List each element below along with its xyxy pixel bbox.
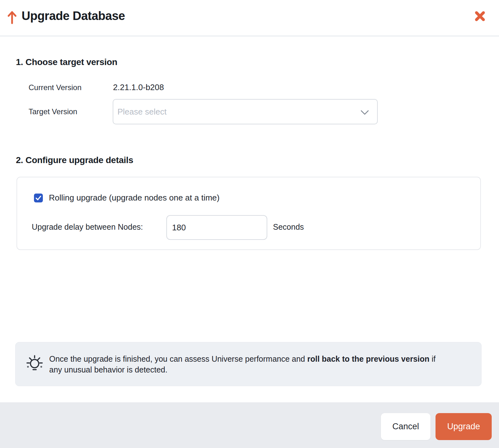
modal-title: Upgrade Database <box>22 9 125 23</box>
info-text-before: Once the upgrade is finished, you can as… <box>49 354 307 363</box>
current-version-value: 2.21.1.0-b208 <box>113 82 164 92</box>
chevron-down-icon <box>361 110 369 116</box>
checkmark-icon <box>35 194 42 202</box>
info-text-line2: any unusual behavior is detected. <box>49 365 167 374</box>
info-text-after: if <box>429 354 436 363</box>
close-icon <box>474 10 486 23</box>
target-version-placeholder: Please select <box>117 107 167 117</box>
upgrade-delay-input[interactable] <box>166 215 267 240</box>
current-version-label: Current Version <box>29 83 82 92</box>
section2-heading: 2. Configure upgrade details <box>16 155 133 165</box>
upgrade-details-card: Rolling upgrade (upgrade nodes one at a … <box>17 177 481 250</box>
target-version-label: Target Version <box>29 107 77 116</box>
modal-footer: Cancel Upgrade <box>0 402 499 448</box>
upgrade-database-modal: Upgrade Database 1. Choose target versio… <box>0 0 499 448</box>
upgrade-button[interactable]: Upgrade <box>436 413 492 440</box>
cancel-button[interactable]: Cancel <box>381 413 430 440</box>
info-text-bold: roll back to the previous version <box>307 354 429 363</box>
info-note: Once the upgrade is finished, you can as… <box>15 342 482 386</box>
close-button[interactable] <box>472 9 488 24</box>
modal-header: Upgrade Database <box>0 0 499 36</box>
rolling-upgrade-label[interactable]: Rolling upgrade (upgrade nodes one at a … <box>49 193 220 203</box>
upgrade-delay-label: Upgrade delay between Nodes: <box>32 222 143 232</box>
info-note-text: Once the upgrade is finished, you can as… <box>49 353 436 375</box>
upgrade-delay-unit: Seconds <box>273 222 304 232</box>
lightbulb-icon <box>25 353 44 375</box>
target-version-select[interactable]: Please select <box>113 99 378 124</box>
upgrade-arrow-icon <box>8 10 17 26</box>
section1-heading: 1. Choose target version <box>16 57 117 67</box>
rolling-upgrade-checkbox[interactable] <box>34 194 43 202</box>
